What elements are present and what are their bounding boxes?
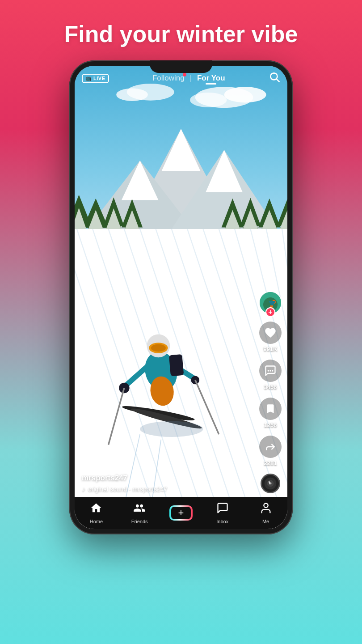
like-button[interactable]	[259, 322, 282, 344]
notification-dot	[183, 73, 186, 76]
nav-friends[interactable]: Friends	[126, 502, 153, 524]
bookmark-button[interactable]	[259, 398, 282, 420]
me-icon	[260, 502, 272, 517]
phone-notch	[150, 60, 212, 73]
comments-count: 3456	[264, 384, 277, 390]
svg-point-2	[190, 93, 227, 107]
home-icon	[90, 502, 102, 517]
search-button[interactable]	[269, 71, 280, 85]
home-label: Home	[90, 519, 103, 524]
svg-marker-6	[161, 129, 200, 171]
likes-count: 991K	[263, 346, 277, 352]
share-button[interactable]	[259, 436, 282, 458]
following-tab[interactable]: Following	[149, 74, 188, 83]
phone-mockup: 📺 LIVE Following | For You	[69, 60, 293, 534]
bookmarks-count: 1256	[264, 422, 277, 428]
right-actions: + 991K	[259, 291, 282, 493]
svg-point-65	[140, 421, 203, 437]
music-disc[interactable]: ⛷	[261, 474, 280, 493]
sound-text: original sound - mrsports247	[88, 486, 167, 493]
inbox-label: Inbox	[216, 519, 228, 524]
scene-svg	[75, 66, 287, 529]
nav-tabs: Following | For You	[149, 74, 229, 83]
nav-home[interactable]: Home	[83, 502, 109, 524]
live-button[interactable]: 📺 LIVE	[82, 74, 109, 83]
svg-line-69	[277, 79, 279, 82]
me-label: Me	[262, 519, 269, 524]
creator-avatar[interactable]: +	[259, 291, 282, 314]
share-action: 2281	[259, 436, 282, 466]
video-info: mrsports247 ♪ original sound - mrsports2…	[82, 474, 252, 493]
friends-label: Friends	[131, 519, 148, 524]
inbox-icon	[216, 502, 229, 517]
bookmark-action: 1256	[259, 398, 282, 428]
bottom-nav: Home Friends +	[75, 497, 287, 529]
live-label: LIVE	[93, 76, 105, 81]
svg-point-83	[264, 504, 268, 508]
for-you-tab[interactable]: For You	[194, 74, 229, 83]
page-headline: Find your winter vibe	[64, 21, 298, 47]
like-action: 991K	[259, 322, 282, 352]
snow-scene	[75, 66, 287, 529]
nav-me[interactable]: Me	[253, 502, 279, 524]
tab-divider: |	[190, 74, 192, 82]
shares-count: 2281	[264, 460, 277, 466]
svg-point-75	[268, 370, 269, 372]
comment-button[interactable]	[259, 360, 282, 382]
creator-username: mrsports247	[82, 474, 252, 483]
phone-screen: 📺 LIVE Following | For You	[75, 66, 287, 529]
add-icon: +	[171, 507, 191, 519]
svg-text:⛷: ⛷	[268, 480, 273, 485]
svg-point-77	[272, 370, 274, 372]
video-area[interactable]: 📺 LIVE Following | For You	[75, 66, 287, 529]
nav-inbox[interactable]: Inbox	[209, 502, 236, 524]
comment-action: 3456	[259, 360, 282, 390]
svg-rect-64	[169, 354, 184, 376]
add-button[interactable]: +	[169, 505, 193, 521]
music-note-icon: ♪	[82, 485, 85, 493]
sound-info: ♪ original sound - mrsports247	[82, 485, 252, 493]
svg-point-76	[269, 370, 271, 372]
svg-point-54	[151, 344, 166, 352]
follow-plus-button[interactable]: +	[265, 307, 275, 317]
friends-icon	[133, 502, 146, 517]
live-tv-icon: 📺	[85, 76, 92, 81]
